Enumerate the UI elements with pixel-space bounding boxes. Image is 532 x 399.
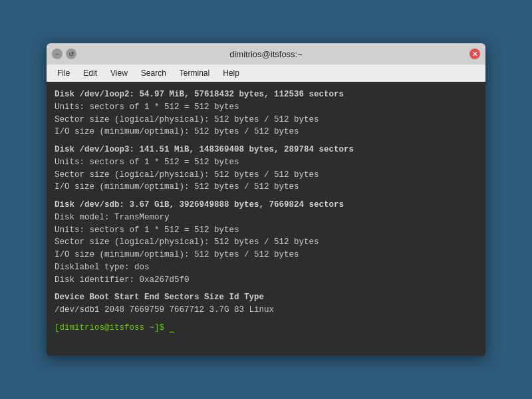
close-button[interactable]: ✕ bbox=[469, 49, 480, 59]
menu-terminal[interactable]: Terminal bbox=[174, 67, 215, 79]
disk-loop3-header: Disk /dev/loop3: 141.51 MiB, 148369408 b… bbox=[55, 144, 477, 156]
prompt-text: [dimitrios@itsfoss ~]$ bbox=[55, 323, 170, 332]
disk-loop2-line3: I/O size (minimum/optimal): 512 bytes / … bbox=[55, 126, 477, 138]
menu-view[interactable]: View bbox=[105, 67, 133, 79]
disk-sdb-identifier: Disk identifier: 0xa267d5f0 bbox=[55, 274, 477, 287]
title-bar-left-spacer: – ↺ bbox=[52, 49, 195, 59]
terminal-body[interactable]: Disk /dev/loop2: 54.97 MiB, 57618432 byt… bbox=[47, 82, 485, 356]
window-title: dimitrios@itsfoss:~ bbox=[195, 49, 338, 59]
disk-sdb-header: Disk /dev/sdb: 3.67 GiB, 3926949888 byte… bbox=[55, 199, 477, 211]
disk-loop2-section: Disk /dev/loop2: 54.97 MiB, 57618432 byt… bbox=[55, 88, 477, 138]
menu-help[interactable]: Help bbox=[217, 67, 245, 79]
disk-loop2-line1: Units: sectors of 1 * 512 = 512 bytes bbox=[55, 101, 477, 114]
menu-edit[interactable]: Edit bbox=[78, 67, 102, 79]
disk-sdb-units: Units: sectors of 1 * 512 = 512 bytes bbox=[55, 224, 477, 237]
partition-table-section: Device Boot Start End Sectors Size Id Ty… bbox=[55, 291, 477, 317]
disk-loop3-line1: Units: sectors of 1 * 512 = 512 bytes bbox=[55, 156, 477, 169]
partition-table-row: /dev/sdb1 2048 7669759 7667712 3.7G 83 L… bbox=[55, 304, 477, 317]
terminal-window: – ↺ dimitrios@itsfoss:~ ✕ File Edit View… bbox=[47, 43, 485, 356]
menu-bar: File Edit View Search Terminal Help bbox=[47, 65, 485, 82]
title-bar: – ↺ dimitrios@itsfoss:~ ✕ bbox=[47, 43, 485, 65]
disk-sdb-sector: Sector size (logical/physical): 512 byte… bbox=[55, 236, 477, 249]
partition-table-header: Device Boot Start End Sectors Size Id Ty… bbox=[55, 291, 477, 304]
terminal-prompt-line: [dimitrios@itsfoss ~]$ █ bbox=[55, 322, 477, 334]
disk-sdb-disklabel: Disklabel type: dos bbox=[55, 261, 477, 274]
menu-search[interactable]: Search bbox=[136, 67, 172, 79]
minimize-button[interactable]: – bbox=[52, 49, 63, 59]
disk-sdb-section: Disk /dev/sdb: 3.67 GiB, 3926949888 byte… bbox=[55, 199, 477, 286]
cursor: █ bbox=[170, 323, 175, 332]
disk-loop3-line2: Sector size (logical/physical): 512 byte… bbox=[55, 169, 477, 182]
disk-loop2-header: Disk /dev/loop2: 54.97 MiB, 57618432 byt… bbox=[55, 88, 477, 101]
disk-loop3-section: Disk /dev/loop3: 141.51 MiB, 148369408 b… bbox=[55, 144, 477, 194]
disk-sdb-model: Disk model: TransMemory bbox=[55, 211, 477, 224]
disk-sdb-io: I/O size (minimum/optimal): 512 bytes / … bbox=[55, 249, 477, 261]
menu-file[interactable]: File bbox=[52, 67, 75, 79]
disk-loop2-line2: Sector size (logical/physical): 512 byte… bbox=[55, 114, 477, 126]
disk-loop3-line3: I/O size (minimum/optimal): 512 bytes / … bbox=[55, 181, 477, 194]
maximize-button[interactable]: ↺ bbox=[66, 49, 76, 59]
